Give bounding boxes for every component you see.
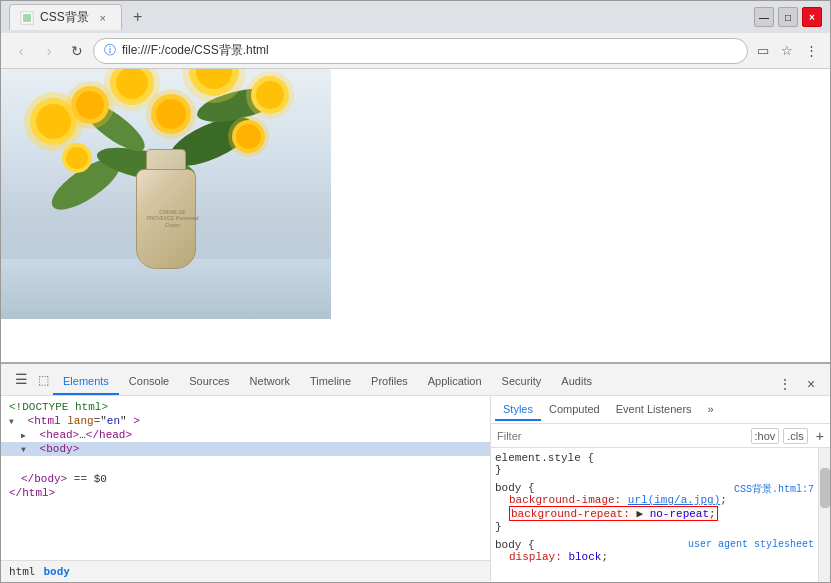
reload-button[interactable]: ↻ [65, 39, 89, 63]
bg-image-link[interactable]: url(img/a.jpg) [628, 494, 720, 506]
background-repeat-property: background-repeat: ▶ no-repeat; [495, 506, 814, 521]
window-controls: — □ × [754, 7, 822, 27]
styles-filter-bar: :hov .cls + [491, 424, 830, 448]
styles-scrollbar[interactable] [818, 448, 830, 582]
close-button[interactable]: × [802, 7, 822, 27]
devtools-close-button[interactable]: × [800, 373, 822, 395]
html-line: <html lang="en" > [1, 414, 490, 428]
scroll-thumb[interactable] [820, 468, 830, 508]
hov-button[interactable]: :hov [751, 428, 780, 444]
tab-close-button[interactable]: × [95, 10, 111, 26]
style-source-link[interactable]: CSS背景.html:7 [734, 482, 814, 496]
cast-icon[interactable]: ▭ [752, 40, 774, 62]
bookmark-icon[interactable]: ☆ [776, 40, 798, 62]
elements-content: <!DOCTYPE html> <html lang="en" > <head>… [1, 396, 490, 560]
tab-elements[interactable]: Elements [53, 369, 119, 395]
devtools-icon-left[interactable]: ☰ [9, 365, 34, 395]
styles-filter-input[interactable] [497, 430, 747, 442]
tab-application[interactable]: Application [418, 369, 492, 395]
navigation-toolbar: ‹ › ↻ ⓘ file:///F:/code/CSS背景.html ▭ ☆ ⋮ [1, 33, 830, 69]
display-property: display: block; [495, 551, 814, 563]
minimize-button[interactable]: — [754, 7, 774, 27]
new-tab-button[interactable]: + [126, 5, 150, 29]
empty-line [1, 456, 490, 472]
tab-audits[interactable]: Audits [551, 369, 602, 395]
body-close-line: </body> == $0 [1, 472, 490, 486]
flower-image: CREME DE PROVENCE Preserved Cream [1, 69, 331, 319]
menu-icon[interactable]: ⋮ [800, 40, 822, 62]
security-icon: ⓘ [104, 42, 116, 59]
title-bar: CSS背景 × + — □ × [1, 1, 830, 33]
breadcrumb-body[interactable]: body [44, 565, 71, 578]
breadcrumb-html[interactable]: html [9, 565, 36, 578]
forward-button[interactable]: › [37, 39, 61, 63]
tab-timeline[interactable]: Timeline [300, 369, 361, 395]
browser-window: CSS背景 × + — □ × ‹ › ↻ ⓘ file:///F:/code/… [0, 0, 831, 583]
event-listeners-tab[interactable]: Event Listeners [608, 399, 700, 421]
tab-sources[interactable]: Sources [179, 369, 239, 395]
devtools-more-area: ⋮ × [774, 373, 822, 395]
devtools-more-button[interactable]: ⋮ [774, 373, 796, 395]
toolbar-icons: ▭ ☆ ⋮ [752, 40, 822, 62]
address-bar[interactable]: ⓘ file:///F:/code/CSS背景.html [93, 38, 748, 64]
styles-panel: Styles Computed Event Listeners » :hov .… [491, 396, 830, 582]
doctype-line: <!DOCTYPE html> [1, 400, 490, 414]
element-style-rule: element.style { } [495, 452, 814, 476]
body-open-line[interactable]: <body> [1, 442, 490, 456]
devtools-panel: ☰ ⬚ Elements Console Sources Network Tim… [1, 362, 830, 582]
vase: CREME DE PROVENCE Preserved Cream [131, 149, 201, 269]
page-content: CREME DE PROVENCE Preserved Cream [1, 69, 830, 362]
devtools-icon-inspect[interactable]: ⬚ [34, 367, 53, 395]
tab-favicon [20, 11, 34, 25]
body-ua-rule: body { user agent stylesheet display: bl… [495, 539, 814, 563]
maximize-button[interactable]: □ [778, 7, 798, 27]
more-styles-tab[interactable]: » [700, 399, 722, 421]
back-button[interactable]: ‹ [9, 39, 33, 63]
tab-title: CSS背景 [40, 9, 89, 26]
tab-network[interactable]: Network [240, 369, 300, 395]
devtools-breadcrumb: html body [1, 560, 490, 582]
address-text: file:///F:/code/CSS背景.html [122, 42, 737, 59]
tab-security[interactable]: Security [492, 369, 552, 395]
ua-source: user agent stylesheet [688, 539, 814, 550]
add-style-button[interactable]: + [816, 428, 824, 444]
styles-sub-tabs: Styles Computed Event Listeners » [491, 396, 830, 424]
devtools-tab-bar: ☰ ⬚ Elements Console Sources Network Tim… [1, 364, 830, 396]
svg-rect-1 [23, 14, 31, 22]
content-area: CREME DE PROVENCE Preserved Cream ☰ ⬚ El… [1, 69, 830, 582]
tab-console[interactable]: Console [119, 369, 179, 395]
styles-content: element.style { } body { CSS背景.html:7 [491, 448, 818, 582]
cls-button[interactable]: .cls [783, 428, 808, 444]
browser-tab[interactable]: CSS背景 × [9, 4, 122, 30]
vase-text: CREME DE PROVENCE Preserved Cream [145, 209, 200, 229]
elements-panel: <!DOCTYPE html> <html lang="en" > <head>… [1, 396, 491, 582]
computed-tab[interactable]: Computed [541, 399, 608, 421]
body-style-rule: body { CSS背景.html:7 background-image: ur… [495, 482, 814, 533]
tab-profiles[interactable]: Profiles [361, 369, 418, 395]
styles-tab[interactable]: Styles [495, 399, 541, 421]
head-line: <head>…</head> [1, 428, 490, 442]
html-close-line: </html> [1, 486, 490, 500]
devtools-body: <!DOCTYPE html> <html lang="en" > <head>… [1, 396, 830, 582]
